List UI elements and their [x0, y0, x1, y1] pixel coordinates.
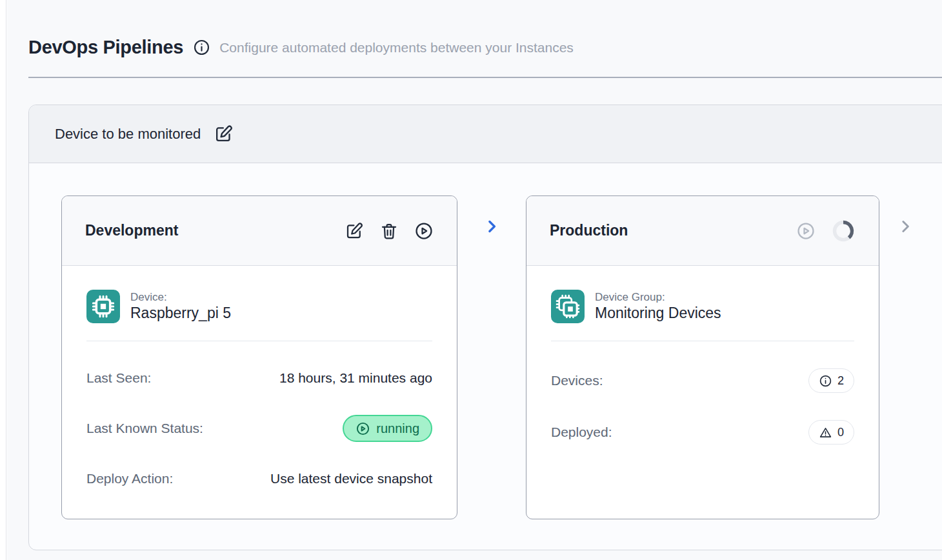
development-actions: [345, 221, 434, 241]
status-text: running: [376, 421, 419, 436]
deploy-action-label: Deploy Action:: [86, 471, 173, 486]
stage-title: Production: [550, 222, 628, 239]
devices-count: 2: [837, 374, 844, 388]
devices-label: Devices:: [551, 373, 603, 388]
play-circle-icon[interactable]: [414, 221, 434, 241]
last-seen-label: Last Seen:: [86, 370, 151, 386]
device-group-info: Device Group: Monitoring Devices: [595, 290, 721, 323]
chevron-right-icon: [896, 217, 915, 236]
production-stage-card: Production: [526, 195, 879, 519]
stage-connector: [457, 195, 526, 236]
chip-group-icon: [551, 290, 585, 323]
info-circle-icon[interactable]: [193, 39, 210, 56]
play-circle-icon: [356, 421, 370, 436]
page-header: DevOps Pipelines Configure automated dep…: [28, 37, 942, 58]
chevron-right-icon: [482, 217, 501, 236]
pipeline-name: Device to be monitored: [55, 126, 201, 143]
deployed-count-badge[interactable]: 0: [808, 420, 854, 445]
edit-icon[interactable]: [345, 221, 364, 241]
deployed-label: Deployed:: [551, 425, 612, 440]
deploy-action-value: Use latest device snapshot: [270, 471, 432, 486]
card-divider: [551, 341, 854, 341]
devops-pipelines-page: DevOps Pipelines Configure automated dep…: [7, 0, 942, 560]
device-info: Device: Raspberry_pi 5: [130, 290, 231, 323]
development-card-body: Device: Raspberry_pi 5 Last Seen: 18 hou…: [62, 266, 457, 519]
device-name: Raspberry_pi 5: [130, 304, 231, 323]
devices-count-badge[interactable]: 2: [808, 368, 854, 393]
next-stage-connector: [879, 195, 931, 236]
page-title: DevOps Pipelines: [28, 37, 183, 58]
stage-title: Development: [85, 222, 178, 239]
device-row: Device: Raspberry_pi 5: [86, 290, 432, 323]
development-card-header: Development: [62, 196, 457, 266]
last-seen-value: 18 hours, 31 minutes ago: [279, 370, 432, 386]
info-circle-icon: [819, 374, 832, 388]
header-divider: [28, 77, 942, 78]
device-group-name: Monitoring Devices: [595, 304, 721, 323]
play-circle-icon[interactable]: [796, 221, 816, 241]
production-card-body: Device Group: Monitoring Devices Devices…: [526, 266, 879, 519]
chip-icon: [86, 290, 120, 323]
warning-triangle-icon: [819, 426, 832, 439]
device-group-row: Device Group: Monitoring Devices: [551, 290, 854, 323]
pipeline-panel-header: Device to be monitored: [29, 105, 942, 163]
last-seen-row: Last Seen: 18 hours, 31 minutes ago: [86, 368, 432, 388]
page-subtitle: Configure automated deployments between …: [219, 40, 574, 55]
last-known-status-row: Last Known Status: running: [86, 415, 432, 442]
production-actions: [796, 219, 856, 243]
development-stage-card: Development: [61, 195, 457, 519]
production-card-header: Production: [526, 196, 879, 266]
pipeline-panel: Device to be monitored Development: [28, 105, 942, 550]
device-label: Device:: [130, 290, 231, 304]
deploy-action-row: Deploy Action: Use latest device snapsho…: [86, 469, 432, 488]
last-known-status-label: Last Known Status:: [86, 421, 203, 436]
devices-row: Devices: 2: [551, 368, 854, 393]
loading-spinner: [831, 219, 856, 243]
trash-icon[interactable]: [379, 221, 399, 241]
deployed-row: Deployed: 0: [551, 420, 854, 445]
pipeline-stages: Development: [29, 163, 942, 550]
device-group-label: Device Group:: [595, 290, 721, 304]
status-badge: running: [343, 415, 432, 442]
edit-icon[interactable]: [214, 124, 234, 144]
card-divider: [86, 341, 432, 341]
deployed-count: 0: [837, 426, 844, 439]
page-left-edge: [0, 0, 6, 560]
